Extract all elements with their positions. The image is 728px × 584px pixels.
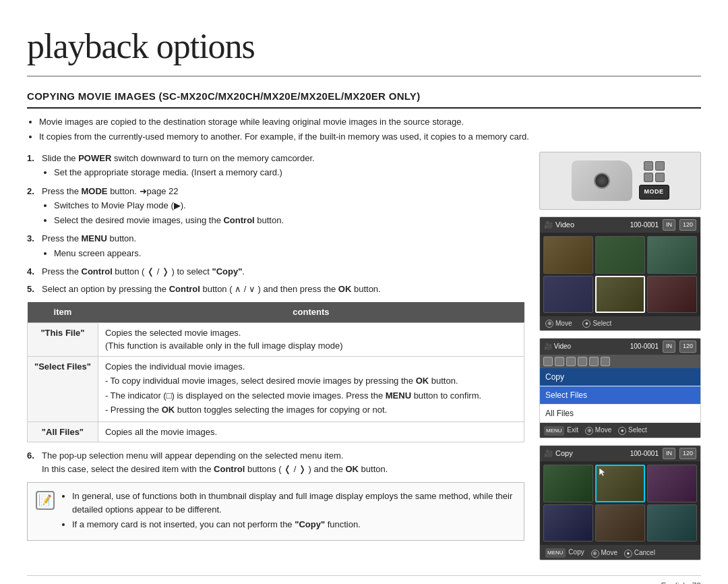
menu-exit-icon: MENU: [544, 426, 564, 436]
footer-move-copy: ⊕ Move: [591, 548, 617, 558]
thumb-1-5: [595, 276, 645, 314]
ctrl-btn-1[interactable]: [644, 161, 653, 171]
select-files-detail-1: To copy individual movie images, select …: [105, 374, 517, 388]
menu-icon-4[interactable]: [578, 357, 587, 366]
footer-move-1: ⊕ Move: [545, 318, 572, 328]
menu-item-select-files[interactable]: Select Files: [540, 386, 700, 405]
copy-file-num: 100-0001: [630, 448, 659, 459]
mode-button[interactable]: MODE: [639, 185, 669, 200]
video-panel-1-cam-icon: 🎥 Video: [544, 219, 574, 231]
video-panel-1-header: 🎥 Video 100-0001 IN 120: [540, 217, 700, 233]
ctrl-btn-4[interactable]: [655, 173, 665, 182]
ctrl-btn-3[interactable]: [644, 173, 653, 182]
menu-icon-6[interactable]: [601, 357, 610, 366]
menu-icon-2[interactable]: [555, 357, 564, 366]
bullet-2: It copies from the currently-used memory…: [39, 130, 701, 144]
move-label-menu: Move: [595, 426, 611, 434]
menu-icon-5[interactable]: [589, 357, 599, 366]
menu-file-num: 100-0001: [630, 341, 659, 351]
step-5: 5. Select an option by pressing the Cont…: [27, 283, 524, 296]
step-4: 4. Press the Control button ( ❬ / ❭ ) to…: [27, 265, 524, 279]
step-2-content: Press the MODE button. ➜page 22 Switches…: [42, 185, 524, 229]
menu-panel: 🎥 Video 100-0001 IN 120 Copy: [539, 338, 701, 438]
footer-cancel-copy: ● Cancel: [624, 548, 655, 558]
select-files-detail-3: Pressing the OK button toggles selecting…: [105, 403, 517, 417]
menu-item-all-files[interactable]: All Files: [540, 405, 700, 423]
step-3-sub: Menu screen appears.: [42, 247, 524, 260]
menu-item-copy[interactable]: Copy: [540, 368, 700, 386]
copy-panel-footer: MENU Copy ⊕ Move ● Cancel: [540, 545, 700, 560]
copy-thumb-3: [647, 465, 697, 502]
copy-badge-min: 120: [679, 448, 696, 460]
left-column: 1. Slide the POWER switch downward to tu…: [27, 152, 524, 568]
video-badge-min-1: 120: [679, 219, 696, 231]
copy-thumb-6: [647, 504, 697, 542]
table-header-contents: contents: [98, 302, 524, 322]
footer-select-menu: ● Select: [618, 425, 647, 435]
step-6-content: The pop-up selection menu will appear de…: [42, 449, 524, 475]
table-cell-select-files-item: "Select Files": [28, 356, 98, 421]
menu-badge-min: 120: [679, 341, 696, 353]
page-title: playback options: [27, 20, 701, 77]
table-cell-all-files-contents: Copies all the movie images.: [98, 421, 524, 442]
menu-icon-1[interactable]: [543, 357, 553, 366]
cursor-icon: [599, 467, 605, 475]
copy-panel-cam-icon: 🎥 Copy: [544, 448, 573, 459]
page-footer: English_72: [27, 575, 701, 584]
step-3: 3. Press the MENU button. Menu screen ap…: [27, 232, 524, 261]
step-3-num: 3.: [27, 232, 38, 261]
menu-panel-cam-icon: 🎥 Video: [544, 341, 571, 351]
copy-thumb-2: [595, 465, 645, 502]
exit-label: Exit: [567, 426, 578, 434]
step-3-sub-1: Menu screen appears.: [54, 247, 524, 260]
step-1-content: Slide the POWER switch downward to turn …: [42, 152, 524, 181]
copy-menu-icon: MENU: [545, 548, 566, 558]
step-1-num: 1.: [27, 152, 38, 181]
select-icon-menu: ●: [618, 427, 626, 435]
note-2: If a memory card is not inserted, you ca…: [72, 518, 516, 531]
steps-list: 1. Slide the POWER switch downward to tu…: [27, 152, 524, 296]
camera-panel: MODE: [539, 152, 701, 210]
video-badge-in-1: IN: [663, 219, 675, 231]
note-1: In general, use of functions both in thu…: [72, 490, 516, 516]
select-files-detail-2: The indicator (□) is displayed on the se…: [105, 389, 517, 403]
svg-marker-0: [599, 468, 605, 476]
ctrl-btn-2[interactable]: [655, 161, 665, 171]
step-6-num: 6.: [27, 449, 38, 475]
footer-copy: MENU Copy: [545, 547, 584, 558]
thumb-1-1: [543, 236, 593, 274]
thumb-1-2: [595, 236, 645, 274]
step-2-sub: Switches to Movie Play mode (▶). Select …: [42, 199, 524, 227]
copy-thumb-4: [543, 504, 593, 542]
section-heading: COPYING MOVIE IMAGES (SC-MX20C/MX20CH/MX…: [27, 89, 701, 109]
note-box: 📝 In general, use of functions both in t…: [27, 482, 524, 541]
thumb-1-6: [647, 276, 697, 314]
video-thumbnail-grid-1: [540, 233, 700, 316]
thumb-1-3: [647, 236, 697, 274]
cancel-label-copy: Cancel: [634, 549, 655, 556]
menu-badge-in: IN: [663, 341, 675, 353]
table-header-item: item: [28, 302, 98, 322]
page-container: playback options COPYING MOVIE IMAGES (S…: [27, 20, 701, 584]
video-panel-1-title: Video: [555, 221, 574, 229]
control-buttons-grid: [644, 161, 665, 182]
menu-panel-title: Video: [554, 343, 571, 350]
table-cell-all-files-item: "All Files": [28, 421, 98, 442]
step-2: 2. Press the MODE button. ➜page 22 Switc…: [27, 185, 524, 229]
main-layout: 1. Slide the POWER switch downward to tu…: [27, 152, 701, 568]
camera-body: [572, 160, 632, 201]
move-label-copy: Move: [601, 549, 617, 556]
move-icon-copy: ⊕: [591, 550, 599, 558]
select-files-details: To copy individual movie images, select …: [105, 374, 517, 417]
step-1-sub-1: Set the appropriate storage media. (Inse…: [54, 166, 524, 179]
table-row-this-file: "This File" Copies the selected movie im…: [28, 322, 524, 356]
video-file-num-1: 100-0001: [630, 220, 659, 230]
video-panel-1: 🎥 Video 100-0001 IN 120: [539, 216, 701, 332]
note-text: In general, use of functions both in thu…: [61, 490, 516, 533]
step-1-sub: Set the appropriate storage media. (Inse…: [42, 166, 524, 179]
intro-bullets: Movie images are copied to the destinati…: [27, 115, 701, 144]
menu-icon-3[interactable]: [566, 357, 576, 366]
table-row-all-files: "All Files" Copies all the movie images.: [28, 421, 524, 442]
menu-panel-header: 🎥 Video 100-0001 IN 120: [540, 339, 700, 355]
video-panel-1-footer: ⊕ Move ● Select: [540, 316, 700, 330]
